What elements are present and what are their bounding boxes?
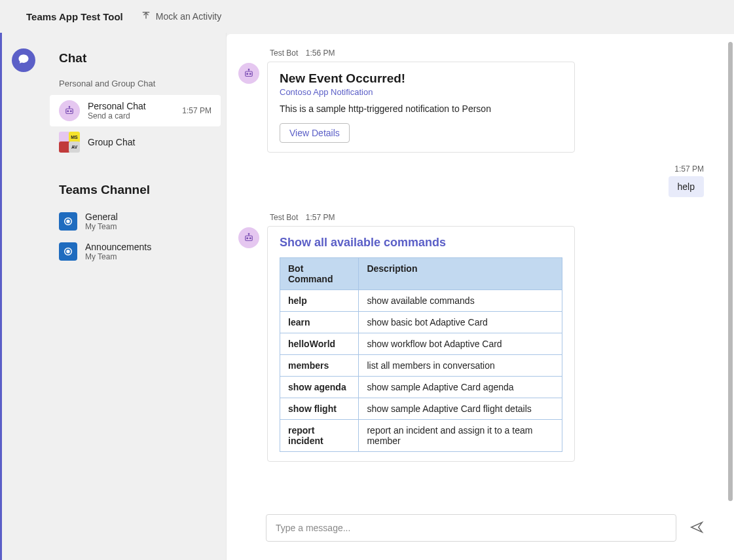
sidebar-chat-header: Chat xyxy=(45,46,226,75)
sidebar-item-group-chat[interactable]: MSAV Group Chat xyxy=(50,126,221,158)
bot-avatar-icon xyxy=(238,63,259,84)
chat-item-text: Group Chat xyxy=(88,137,211,147)
message-input[interactable] xyxy=(266,514,676,542)
team-icon xyxy=(59,212,77,231)
send-button[interactable] xyxy=(686,516,708,540)
rail-chat-button[interactable] xyxy=(12,48,35,72)
table-row: show agendashow sample Adaptive Card age… xyxy=(280,377,562,398)
svg-point-11 xyxy=(248,69,249,70)
channel-title: General xyxy=(85,212,118,222)
card-body: This is a sample http-triggered notifica… xyxy=(280,103,562,114)
command-cell: learn xyxy=(280,312,359,333)
mock-activity-label: Mock an Activity xyxy=(156,11,221,22)
channel-item-announcements[interactable]: Announcements My Team xyxy=(45,236,226,267)
command-cell: help xyxy=(280,290,359,312)
svg-point-3 xyxy=(69,106,70,107)
table-row: show flightshow sample Adaptive Card fli… xyxy=(280,398,562,420)
description-cell: show workflow bot Adaptive Card xyxy=(359,333,562,355)
chat-item-title: Group Chat xyxy=(88,137,211,147)
description-cell: report an incident and assign it to a te… xyxy=(359,420,562,452)
command-cell: report incident xyxy=(280,420,359,452)
message-bot: Test Bot 1:57 PM Show all available comm… xyxy=(238,213,708,462)
main-panel: Test Bot 1:56 PM New Event Occurred! Con… xyxy=(227,34,734,560)
message-list: Test Bot 1:56 PM New Event Occurred! Con… xyxy=(227,34,734,505)
description-cell: show sample Adaptive Card agenda xyxy=(359,377,562,398)
message-sender: Test Bot xyxy=(270,48,298,58)
chat-item-title: Personal Chat xyxy=(88,101,174,111)
table-row: helpshow available commands xyxy=(280,290,562,312)
message-bubble: help xyxy=(669,176,704,197)
upload-icon xyxy=(141,11,151,22)
view-details-button[interactable]: View Details xyxy=(280,123,350,143)
svg-point-9 xyxy=(247,73,248,75)
svg-point-10 xyxy=(249,73,251,75)
sidebar-channel-header: Teams Channel xyxy=(45,177,226,206)
message-bot: Test Bot 1:56 PM New Event Occurred! Con… xyxy=(238,48,708,153)
app-root: Teams App Test Tool Mock an Activity Cha… xyxy=(0,0,734,560)
svg-point-2 xyxy=(70,111,71,112)
table-row: memberslist all members in conversation xyxy=(280,355,562,377)
message-sender: Test Bot xyxy=(270,213,298,222)
message-time: 1:57 PM xyxy=(306,213,335,222)
channel-sub: My Team xyxy=(85,252,151,261)
description-cell: show sample Adaptive Card flight details xyxy=(359,398,562,420)
team-icon xyxy=(59,242,77,261)
svg-point-5 xyxy=(67,220,69,223)
table-row: helloWorldshow workflow bot Adaptive Car… xyxy=(280,333,562,355)
svg-point-13 xyxy=(247,238,248,239)
channel-text: General My Team xyxy=(85,212,118,231)
message-meta: Test Bot 1:57 PM xyxy=(267,213,708,222)
message-user: 1:57 PM help xyxy=(238,164,708,197)
card-title: Show all available commands xyxy=(280,236,562,250)
body: Chat Personal and Group Chat Personal Ch… xyxy=(0,33,734,560)
composer xyxy=(227,505,734,560)
description-cell: list all members in conversation xyxy=(359,355,562,377)
chat-item-sub: Send a card xyxy=(88,111,174,121)
table-row: report incidentreport an incident and as… xyxy=(280,420,562,452)
scrollbar[interactable] xyxy=(728,42,733,501)
channel-sub: My Team xyxy=(85,222,118,231)
group-avatar-icon: MSAV xyxy=(59,132,80,153)
message-time: 1:56 PM xyxy=(306,48,335,58)
chat-item-text: Personal Chat Send a card xyxy=(88,101,174,121)
adaptive-card: New Event Occurred! Contoso App Notifica… xyxy=(267,62,575,153)
send-icon xyxy=(689,527,704,536)
sidebar: Chat Personal and Group Chat Personal Ch… xyxy=(45,33,227,560)
channel-text: Announcements My Team xyxy=(85,242,151,261)
command-cell: helloWorld xyxy=(280,333,359,355)
card-title: New Event Occurred! xyxy=(280,71,562,86)
channel-item-general[interactable]: General My Team xyxy=(45,206,226,236)
commands-table: Bot Command Description helpshow availab… xyxy=(280,257,562,452)
description-cell: show available commands xyxy=(359,290,562,312)
sidebar-item-personal-chat[interactable]: Personal Chat Send a card 1:57 PM xyxy=(50,95,221,126)
channel-title: Announcements xyxy=(85,242,151,252)
command-cell: members xyxy=(280,355,359,377)
table-row: learnshow basic bot Adaptive Card xyxy=(280,312,562,333)
table-header-command: Bot Command xyxy=(280,258,359,290)
command-cell: show agenda xyxy=(280,377,359,398)
svg-point-1 xyxy=(67,111,69,112)
message-time: 1:57 PM xyxy=(674,164,704,174)
message-meta: Test Bot 1:56 PM xyxy=(267,48,708,58)
app-title: Teams App Test Tool xyxy=(26,11,123,22)
table-header-description: Description xyxy=(359,258,562,290)
description-cell: show basic bot Adaptive Card xyxy=(359,312,562,333)
card-subtitle: Contoso App Notification xyxy=(280,87,562,97)
adaptive-card: Show all available commands Bot Command … xyxy=(267,226,575,462)
bot-avatar-icon xyxy=(59,100,80,121)
chat-item-time: 1:57 PM xyxy=(182,106,211,115)
topbar: Teams App Test Tool Mock an Activity xyxy=(0,0,734,33)
mock-activity-button[interactable]: Mock an Activity xyxy=(141,11,221,22)
bot-avatar-icon xyxy=(238,227,259,248)
sidebar-chat-subheader: Personal and Group Chat xyxy=(45,75,226,95)
chat-icon xyxy=(18,53,29,67)
svg-point-15 xyxy=(248,233,249,234)
left-rail xyxy=(0,33,45,560)
svg-point-7 xyxy=(67,250,69,253)
svg-point-14 xyxy=(249,238,251,239)
command-cell: show flight xyxy=(280,398,359,420)
